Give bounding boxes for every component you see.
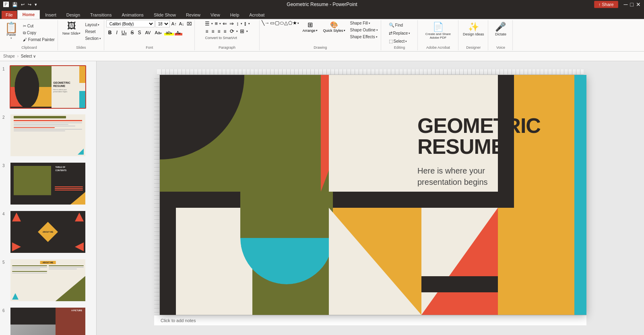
- bullets-button[interactable]: ☰: [204, 20, 211, 27]
- font-color-button[interactable]: A▾: [175, 30, 182, 35]
- tab-file[interactable]: File: [2, 11, 17, 19]
- main-slide-canvas[interactable]: GEOMETRICRESUME Here is where yourpresen…: [160, 75, 586, 315]
- decrease-indent-button[interactable]: ⇐: [222, 20, 228, 27]
- text-dir-arrow[interactable]: ▾: [236, 30, 238, 33]
- font-size-select[interactable]: 18: [155, 20, 170, 27]
- columns-button[interactable]: ⫿: [243, 20, 248, 27]
- triangle-shape[interactable]: △: [284, 20, 288, 26]
- bullets-arrow[interactable]: ▾: [211, 22, 213, 25]
- slide-thumb-6[interactable]: 6 A PICTURE ALWAYS A PICTURE: [2, 306, 95, 335]
- columns-arrow[interactable]: ▾: [248, 22, 250, 25]
- shape-fill-button[interactable]: Shape Fill▾: [349, 20, 379, 26]
- highlight-button[interactable]: ab▾: [164, 30, 174, 35]
- create-pdf-button[interactable]: 📄 Create and Share Adobe PDF: [421, 21, 454, 40]
- cut-button[interactable]: ✂ Cut: [22, 23, 56, 29]
- font-content: Calibri (Body) 18 A↑ A↓ ⌧ B I U▾ S S AV …: [106, 20, 193, 37]
- shadow-button[interactable]: S: [136, 29, 143, 36]
- section-button[interactable]: Section▾: [84, 35, 102, 41]
- tab-slideshow[interactable]: Slide Show: [149, 11, 181, 19]
- col-arrow[interactable]: ▾: [241, 22, 242, 25]
- close-button[interactable]: ✕: [636, 1, 641, 8]
- font-case-button[interactable]: Aa▾: [153, 30, 163, 35]
- shape-effects-button[interactable]: Shape Effects▾: [349, 34, 379, 40]
- italic-button[interactable]: I: [114, 29, 119, 36]
- select-context[interactable]: Select ∨: [21, 54, 36, 58]
- qat-undo[interactable]: ↩: [21, 2, 25, 7]
- align-right-button[interactable]: ≡: [216, 28, 221, 35]
- convert-smartart-button[interactable]: Convert to SmartArt: [204, 35, 238, 40]
- justify-button[interactable]: ≡: [223, 28, 228, 35]
- qat-redo[interactable]: ↪: [28, 2, 31, 7]
- slide-thumb-1[interactable]: 1 GEOMETRICRESUME Here is where yourpres…: [2, 64, 95, 110]
- strikethrough-button[interactable]: S: [129, 29, 136, 36]
- clear-format-button[interactable]: ⌧: [186, 21, 193, 27]
- tab-acrobat[interactable]: Acrobat: [244, 11, 269, 19]
- arrow-shape[interactable]: →: [265, 20, 270, 26]
- tab-home[interactable]: Home: [17, 10, 40, 19]
- slide-thumb-4[interactable]: 4 ABOUT ME: [2, 209, 95, 254]
- slide-number-2: 2: [2, 115, 7, 120]
- numbering-button[interactable]: ≡: [214, 20, 219, 27]
- paragraph-group: ☰ ▾ ≡ ▾ ⇐ ⇒ ↕ ▾ ⫿ ▾ ≡ ≡ ≡ ≡ ⟳ ▾ ⊞ ▾: [195, 20, 260, 50]
- qat-customize[interactable]: ▾: [35, 2, 37, 7]
- shapes-more[interactable]: ▾: [297, 22, 299, 26]
- tab-design[interactable]: Design: [62, 11, 85, 19]
- copy-button[interactable]: ⧉ Copy: [22, 30, 56, 36]
- quick-styles-button[interactable]: 🎨 Quick Styles▾: [321, 20, 347, 33]
- underline-button[interactable]: U▾: [120, 29, 128, 36]
- design-ideas-button[interactable]: ✨ Design Ideas: [460, 21, 487, 37]
- line-shape[interactable]: ╲: [262, 20, 264, 26]
- tab-review[interactable]: Review: [181, 11, 205, 19]
- shape-olive-over-circle: [240, 192, 333, 238]
- reset-button[interactable]: Reset: [84, 29, 102, 35]
- font-group: Calibri (Body) 18 A↑ A↓ ⌧ B I U▾ S S AV …: [105, 20, 195, 50]
- increase-font-button[interactable]: A↑: [171, 21, 178, 27]
- slide-thumb-5[interactable]: 5 ABOUT ME: [2, 258, 95, 303]
- star-shape[interactable]: ★: [293, 20, 297, 26]
- slide-thumb-2[interactable]: 2: [2, 113, 95, 158]
- replace-button[interactable]: ⇄Replace▾: [388, 30, 412, 37]
- tab-help[interactable]: Help: [225, 11, 244, 19]
- col-spacing-button[interactable]: ↕: [235, 20, 240, 27]
- tab-view[interactable]: View: [206, 11, 225, 19]
- dictate-button[interactable]: 🎤 Dictate: [493, 21, 509, 37]
- align-center-button[interactable]: ≡: [210, 28, 215, 35]
- find-button[interactable]: 🔍Find: [388, 22, 412, 29]
- layout-button[interactable]: Layout▾: [84, 22, 102, 28]
- increase-indent-button[interactable]: ⇒: [229, 20, 235, 27]
- share-button[interactable]: ↑ Share: [594, 1, 618, 8]
- spacing-button[interactable]: AV: [144, 30, 153, 35]
- quick-styles-icon: 🎨: [330, 21, 338, 29]
- numbering-arrow[interactable]: ▾: [219, 22, 221, 25]
- font-row-2: B I U▾ S S AV Aa▾ ab▾ A▾: [106, 29, 193, 36]
- notes-placeholder: Click to add notes: [161, 318, 196, 323]
- tab-animations[interactable]: Animations: [117, 11, 148, 19]
- rounded-rect-shape[interactable]: ▢: [275, 20, 279, 26]
- format-painter-button[interactable]: 🖌 Format Painter: [22, 37, 56, 42]
- tab-transitions[interactable]: Transitions: [85, 11, 116, 19]
- bold-button[interactable]: B: [106, 29, 114, 36]
- oval-shape[interactable]: ⬭: [280, 20, 284, 26]
- arrange-button[interactable]: ⊞ Arrange▾: [301, 20, 320, 33]
- slide-thumb-3[interactable]: 3 TABLE OF CONTENTS: [2, 161, 95, 206]
- text-direction-button[interactable]: ⟳: [229, 28, 235, 35]
- select-button[interactable]: ⬚Select▾: [388, 38, 412, 45]
- rect-shape[interactable]: ▭: [270, 20, 275, 26]
- new-slide-button[interactable]: 🖼 New Slide▾: [60, 20, 83, 36]
- minimize-button[interactable]: ─: [624, 1, 628, 8]
- editing-label: Editing: [394, 45, 405, 50]
- notes-bar[interactable]: Click to add notes: [154, 315, 586, 325]
- voice-group: 🎤 Dictate Voice: [489, 20, 513, 50]
- ribbon-tabs: File Home Insert Design Transitions Anim…: [0, 9, 644, 19]
- qat-save[interactable]: 💾: [12, 2, 18, 7]
- paste-button[interactable]: 📋 Paste ▾: [2, 20, 20, 42]
- align-text-arrow[interactable]: ▾: [246, 30, 248, 33]
- align-text-button[interactable]: ⊞: [239, 28, 246, 35]
- maximize-button[interactable]: □: [630, 1, 634, 8]
- tab-insert[interactable]: Insert: [40, 11, 61, 19]
- align-left-button[interactable]: ≡: [204, 28, 209, 35]
- shape-outline-button[interactable]: Shape Outline▾: [349, 27, 379, 33]
- decrease-font-button[interactable]: A↓: [178, 21, 185, 27]
- font-family-select[interactable]: Calibri (Body): [106, 20, 155, 27]
- pentagon-shape[interactable]: ⬠: [288, 20, 292, 26]
